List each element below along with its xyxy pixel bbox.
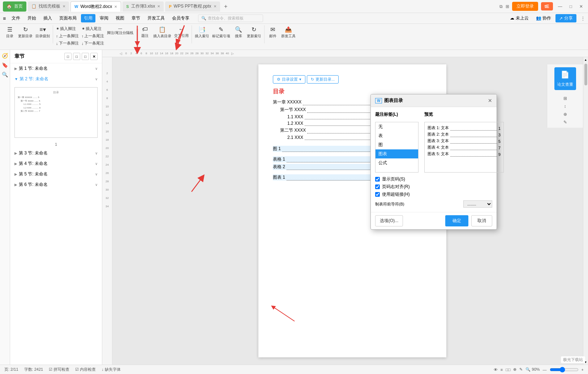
- note-separator-button[interactable]: — 脚注/尾注分隔线: [106, 25, 135, 48]
- menu-review[interactable]: 审阅: [97, 14, 111, 22]
- insert-footnote-button[interactable]: ⁕ 插入脚注: [55, 25, 80, 32]
- cross-ref-button[interactable]: ↔ 交叉引用: [173, 25, 190, 48]
- minimize-button[interactable]: —: [556, 3, 565, 10]
- right-icon4[interactable]: ✎: [563, 120, 567, 125]
- zoom-out[interactable]: —: [543, 367, 547, 372]
- toc-button[interactable]: ☰ 目录: [3, 25, 17, 48]
- bookmark-icon[interactable]: 🔖: [2, 62, 8, 68]
- sidebar-item-section5[interactable]: ▶ 第 5 节: 未命名 ∨: [10, 169, 102, 179]
- collab-btn[interactable]: 👥 协作: [533, 14, 554, 22]
- search-box[interactable]: 🔍 查找命令、搜索模板: [198, 14, 263, 22]
- options-button[interactable]: 选项(O)...: [375, 215, 403, 226]
- dialog-close-button[interactable]: ✕: [488, 98, 492, 103]
- show-page-checkbox[interactable]: [375, 177, 380, 182]
- sidebar-item-section4[interactable]: ▶ 第 4 节: 未命名 ∨: [10, 158, 102, 169]
- tab4-close[interactable]: ✕: [214, 4, 216, 8]
- scroll-thumb[interactable]: [584, 64, 587, 85]
- right-icon2[interactable]: ↕: [564, 104, 566, 109]
- prev-endnote-button[interactable]: ↑ 上一条尾注: [80, 33, 106, 39]
- sidebar-icon2[interactable]: □: [73, 53, 80, 60]
- view-icon5[interactable]: ✎: [519, 367, 523, 372]
- toc-settings-btn[interactable]: ⚙ 目录设置 ▾: [273, 75, 305, 84]
- tab-ppt[interactable]: P WPS PPT教程.pptx ✕: [165, 1, 220, 12]
- menu-start[interactable]: 开始: [25, 14, 39, 22]
- menu-insert[interactable]: 插入: [40, 14, 55, 22]
- sidebar-item-section2[interactable]: ▼ 第 2 节: 未命名 ∨: [10, 74, 102, 84]
- view-icon4[interactable]: ⊕: [513, 367, 516, 372]
- menu-chapter[interactable]: 章节: [129, 14, 143, 22]
- tab-home[interactable]: 🏠 首页: [3, 1, 26, 12]
- label-item-chart[interactable]: 图表: [375, 149, 418, 158]
- close-button[interactable]: ✕: [577, 3, 585, 10]
- share-btn[interactable]: ↗ 分享: [555, 14, 576, 22]
- zoom-slider[interactable]: [550, 367, 579, 373]
- insert-figure-list-button[interactable]: 📋 插入表目录: [152, 25, 173, 48]
- tab-excel[interactable]: S 工作簿3.xlsx ✕: [123, 1, 164, 12]
- user-badge[interactable]: tE: [541, 2, 553, 10]
- tab-find-template[interactable]: 📋 找纸壳模板 ✕: [28, 1, 69, 12]
- add-tab-button[interactable]: +: [222, 2, 230, 11]
- toc-level-button[interactable]: ≡▾ 目录级别: [34, 25, 51, 48]
- tab2-close[interactable]: ✕: [114, 5, 117, 9]
- sidebar-close-icon[interactable]: ✕: [90, 53, 98, 60]
- right-icon3[interactable]: ⊕: [563, 112, 567, 117]
- menu-view[interactable]: 视图: [113, 14, 127, 22]
- search-left-icon[interactable]: 🔍: [2, 72, 8, 77]
- expand-icon5: ▶: [14, 172, 17, 176]
- tab-word-doc[interactable]: W Word教程2.docx ✕: [70, 1, 121, 12]
- search-library-button[interactable]: 🔍 搜库: [232, 25, 245, 48]
- menu-reference[interactable]: 引用: [81, 14, 95, 22]
- menu-dev-tools[interactable]: 开发工具: [145, 14, 168, 22]
- maximize-button[interactable]: □: [567, 3, 574, 10]
- right-icon1[interactable]: ⊞: [563, 96, 567, 101]
- view-icon1[interactable]: 👁: [494, 367, 498, 372]
- view-icon2[interactable]: ≡: [501, 367, 503, 372]
- label-item-formula[interactable]: 公式: [375, 158, 418, 167]
- hyperlink-checkbox[interactable]: [375, 192, 380, 197]
- vertical-scrollbar[interactable]: ▲ ▼: [583, 57, 588, 365]
- ppt-icon: P: [169, 4, 171, 9]
- label-item-figure[interactable]: 图: [375, 140, 418, 149]
- dialog-title-text: 图表目录: [384, 97, 403, 104]
- update-index-button[interactable]: ↻ 更新索引: [245, 25, 263, 48]
- font-check[interactable]: ↓ 缺失字体: [102, 367, 121, 372]
- menu-file[interactable]: 文件: [9, 14, 23, 22]
- caption-button[interactable]: 🏷 题注: [138, 25, 152, 48]
- more-menu-icon[interactable]: ⋮: [581, 16, 585, 21]
- next-endnote-button[interactable]: ↓ 下一条尾注: [80, 40, 106, 47]
- next-footnote-button[interactable]: ↓ 下一条脚注: [55, 40, 80, 47]
- cancel-button[interactable]: 取消: [471, 215, 492, 226]
- mail-button[interactable]: ✉ 邮件: [266, 25, 280, 48]
- confirm-button[interactable]: 确定: [445, 215, 468, 226]
- cloud-btn[interactable]: ☁ 未上云: [507, 14, 531, 22]
- paper-check-button[interactable]: 📄 论文查重: [554, 67, 576, 90]
- sidebar-icon3[interactable]: □: [82, 53, 89, 60]
- tab1-close[interactable]: ✕: [63, 4, 65, 8]
- toc-update-btn[interactable]: ↻ 更新目录...: [307, 75, 339, 84]
- nav-icon[interactable]: 🧭: [2, 53, 8, 59]
- insert-index-button[interactable]: 📑 插入索引: [193, 25, 211, 48]
- menu-member[interactable]: 会员专享: [169, 14, 192, 22]
- dot-leader-select[interactable]: ........ -------- ________ (none): [463, 200, 492, 208]
- scroll-up-btn[interactable]: ▲: [584, 57, 588, 62]
- spell-check[interactable]: ☑ 拼写检查: [49, 367, 69, 372]
- mass-mail-button[interactable]: 📤 群发工具: [280, 25, 297, 48]
- prev-footnote-button[interactable]: ↑ 上一条脚注: [55, 33, 80, 39]
- view-icon3[interactable]: □□: [506, 367, 510, 372]
- align-page-checkbox[interactable]: [375, 184, 380, 189]
- zoom-in[interactable]: +: [581, 367, 584, 372]
- sidebar-item-section1[interactable]: ▶ 第 1 节: 未命名 ∨: [10, 63, 102, 74]
- insert-endnote-button[interactable]: ⁕ 插入尾注: [80, 25, 106, 32]
- menu-page-layout[interactable]: 页面布局: [56, 14, 80, 22]
- login-button[interactable]: 立即登录: [512, 2, 538, 11]
- sidebar-icon1[interactable]: □: [64, 53, 72, 60]
- label-item-table[interactable]: 表: [375, 131, 418, 140]
- content-check[interactable]: ☑ 内容检查: [75, 367, 96, 372]
- tab3-close[interactable]: ✕: [157, 4, 160, 8]
- sidebar-item-section3[interactable]: ▶ 第 3 节: 未命名 ∨: [10, 148, 102, 158]
- mark-index-button[interactable]: ✎ 标记索引项: [211, 25, 232, 48]
- section3-chevron: ∨: [95, 151, 98, 155]
- label-item-none[interactable]: 无: [375, 122, 418, 131]
- update-toc-button[interactable]: ↻ 更新目录: [17, 25, 34, 48]
- sidebar-item-section6[interactable]: ▶ 第 6 节: 未命名 ∨: [10, 179, 102, 190]
